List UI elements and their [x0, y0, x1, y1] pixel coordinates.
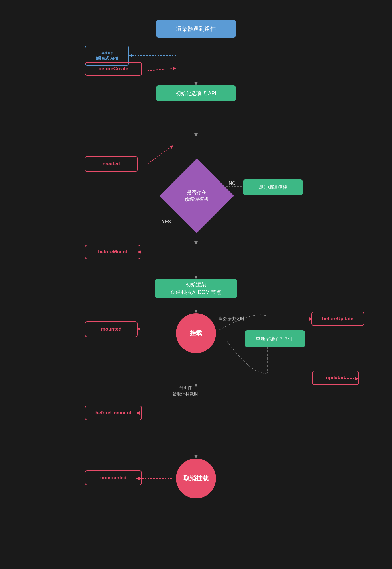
created-hook: created: [85, 156, 138, 172]
mounted-circle: 挂载: [176, 313, 216, 353]
beforeUpdate-hook: beforeUpdate: [311, 312, 364, 326]
svg-marker-1: [194, 82, 198, 85]
svg-marker-19: [194, 241, 198, 245]
beforeUnmount-hook: beforeUnmount: [85, 406, 142, 420]
svg-marker-27: [194, 310, 198, 313]
svg-marker-9: [129, 54, 132, 57]
updated-hook: updated: [312, 371, 359, 385]
svg-line-4: [148, 145, 173, 164]
svg-marker-7: [173, 67, 176, 70]
whenUnmount-label: 当组件 被取消挂载时: [173, 384, 198, 397]
svg-marker-23: [194, 276, 198, 279]
when-data-label: 当数据变化时: [219, 316, 244, 322]
beforeMount-hook: beforeMount: [85, 245, 140, 259]
svg-marker-3: [194, 133, 198, 137]
reRender-box: 重新渲染并打补丁: [245, 330, 305, 347]
unmounted-hook: unmounted: [85, 470, 142, 485]
compile-box: 即时编译模板: [243, 179, 303, 195]
initOptions-box: 初始化选项式 API: [156, 85, 236, 101]
no-label: NO: [229, 181, 236, 186]
yes-label: YES: [162, 219, 171, 224]
beforeCreate-hook: beforeCreate: [85, 62, 142, 76]
flowchart: 渲染器遇到组件 setup (组合式 API) beforeCreate 初始化…: [68, 11, 324, 558]
svg-marker-38: [194, 455, 198, 459]
mounted-hook: mounted: [85, 321, 138, 337]
unmount-circle: 取消挂载: [176, 459, 216, 498]
svg-marker-5: [170, 145, 173, 149]
renderer-box: 渲染器遇到组件: [156, 20, 236, 38]
initialRender-box: 初始渲染 创建和插入 DOM 节点: [155, 279, 237, 298]
svg-line-6: [142, 68, 176, 71]
